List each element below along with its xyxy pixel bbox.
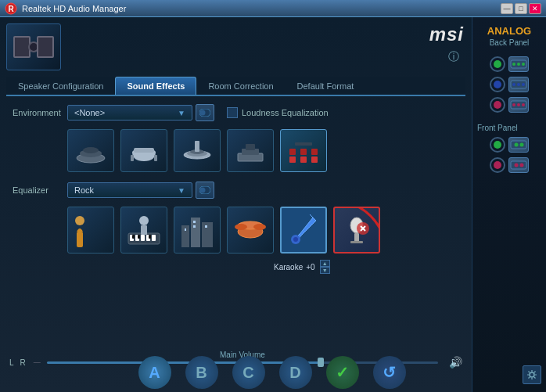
svg-point-27 [75, 216, 84, 225]
svg-point-68 [517, 103, 520, 106]
main-container: msi ⓘ Speaker Configuration Sound Effect… [0, 17, 546, 392]
svg-rect-38 [141, 225, 147, 235]
minimize-button[interactable]: — [501, 3, 513, 14]
environment-toggle-button[interactable] [196, 104, 214, 121]
eq-icon-drums[interactable] [227, 207, 274, 254]
bottom-buttons-area: A B C D ✓ ↺ [78, 356, 465, 389]
left-panel: msi ⓘ Speaker Configuration Sound Effect… [0, 17, 472, 392]
svg-rect-7 [134, 148, 154, 153]
svg-rect-43 [193, 221, 196, 223]
environment-label: Environment [13, 108, 67, 117]
svg-point-61 [522, 63, 525, 66]
confirm-button[interactable]: ✓ [326, 356, 359, 389]
front-port-green-dot [494, 141, 501, 149]
karaoke-spinner[interactable]: ▲ ▼ [320, 260, 330, 274]
svg-point-67 [512, 103, 515, 106]
front-panel-label: Front Panel [477, 124, 518, 132]
front-port-green[interactable] [490, 137, 505, 153]
svg-text:R: R [8, 5, 14, 13]
content-area: Environment <None> ▼ Loudness Equalizati… [6, 104, 465, 274]
svg-rect-42 [185, 228, 186, 231]
karaoke-decrement-button[interactable]: ▼ [320, 267, 330, 274]
svg-rect-22 [311, 149, 318, 155]
svg-rect-33 [152, 235, 156, 241]
svg-point-25 [200, 188, 206, 193]
port-row-1 [490, 56, 529, 72]
dropdown-arrow-icon: ▼ [178, 109, 185, 117]
port-row-3 [490, 97, 529, 113]
speaker-image [6, 23, 61, 70]
port-green[interactable] [490, 56, 505, 72]
close-button[interactable]: ✕ [529, 3, 541, 14]
equalizer-row: Equalizer Rock ▼ [13, 182, 459, 199]
svg-rect-19 [311, 156, 318, 163]
karaoke-controls-row: Karaoke +0 ▲ ▼ [67, 260, 459, 274]
svg-rect-73 [511, 161, 526, 169]
tab-speaker-configuration[interactable]: Speaker Configuration [6, 77, 115, 95]
karaoke-increment-button[interactable]: ▲ [320, 260, 330, 267]
eq-icon-keyboard-player[interactable] [120, 207, 167, 254]
info-icon[interactable]: ⓘ [448, 50, 459, 64]
env-icon-plate[interactable] [174, 129, 221, 172]
svg-point-76 [530, 372, 534, 377]
env-icon-theater[interactable] [280, 129, 327, 172]
equalizer-toggle-button[interactable] [196, 182, 214, 199]
svg-point-49 [253, 224, 266, 230]
settings-button[interactable] [523, 365, 541, 384]
volume-r-label: R [20, 358, 26, 367]
environment-dropdown[interactable]: <None> ▼ [67, 105, 192, 120]
svg-point-63 [512, 83, 515, 86]
front-port-pink-dot [494, 161, 501, 169]
svg-point-6 [83, 147, 99, 153]
environment-icon-grid [67, 129, 459, 172]
svg-point-59 [512, 63, 515, 66]
env-icon-bathtub[interactable] [120, 129, 167, 172]
env-icon-stage[interactable] [227, 129, 274, 172]
front-port-pink[interactable] [490, 157, 505, 173]
svg-rect-34 [132, 235, 135, 239]
equalizer-icon-grid [67, 207, 459, 254]
port-connector-1 [508, 56, 529, 72]
loudness-checkbox[interactable] [227, 107, 238, 118]
svg-rect-17 [289, 156, 296, 163]
svg-point-48 [235, 224, 247, 230]
port-row-2 [490, 77, 529, 92]
equalizer-label: Equalizer [13, 185, 67, 195]
svg-rect-54 [350, 241, 363, 243]
msi-logo: msi [429, 23, 464, 45]
karaoke-label-area: Karaoke +0 ▲ ▼ [274, 260, 330, 274]
port-blue[interactable] [490, 77, 505, 92]
port-pink[interactable] [490, 97, 505, 113]
tab-default-format[interactable]: Default Format [286, 77, 366, 95]
loudness-label-text: Loudness Equalization [242, 108, 329, 117]
svg-rect-16 [246, 144, 255, 150]
right-panel: ANALOG Back Panel [472, 17, 546, 392]
button-c[interactable]: C [232, 356, 265, 389]
svg-rect-31 [141, 235, 145, 241]
svg-point-69 [522, 103, 525, 106]
button-a[interactable]: A [138, 356, 171, 389]
svg-rect-23 [295, 142, 312, 146]
svg-rect-36 [149, 235, 151, 239]
port-blue-dot [494, 81, 501, 88]
maximize-button[interactable]: □ [515, 3, 527, 14]
refresh-button[interactable]: ↺ [373, 356, 406, 389]
svg-rect-26 [77, 232, 83, 247]
svg-point-60 [517, 63, 520, 66]
eq-icon-guitar-player[interactable] [67, 207, 114, 254]
equalizer-dropdown[interactable]: Rock ▼ [67, 182, 192, 198]
svg-point-74 [515, 164, 519, 167]
tab-room-correction[interactable]: Room Correction [196, 77, 285, 95]
eq-icon-rock-guitar[interactable] [280, 207, 327, 254]
button-d[interactable]: D [279, 356, 312, 389]
svg-rect-44 [193, 225, 196, 228]
tab-sound-effects[interactable]: Sound Effects [115, 77, 196, 95]
eq-icon-karaoke[interactable] [333, 207, 380, 254]
button-b[interactable]: B [185, 356, 218, 389]
port-connector-3 [508, 97, 529, 113]
port-pink-dot [494, 101, 501, 109]
port-connector-2 [508, 77, 529, 92]
equalizer-value: Rock [74, 185, 94, 195]
eq-icon-city[interactable] [174, 207, 221, 254]
env-icon-stone[interactable] [67, 129, 114, 172]
